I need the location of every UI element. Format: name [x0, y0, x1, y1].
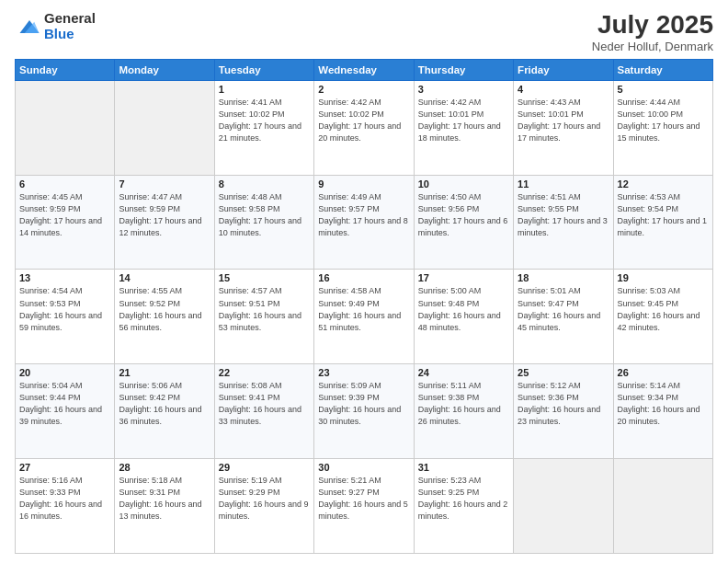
logo-icon	[17, 14, 42, 40]
day-info: Sunrise: 5:16 AMSunset: 9:33 PMDaylight:…	[19, 475, 110, 523]
day-number: 18	[518, 272, 609, 283]
table-row	[514, 459, 613, 554]
col-friday: Friday	[514, 59, 613, 80]
day-info: Sunrise: 4:42 AMSunset: 10:02 PMDaylight…	[318, 97, 409, 144]
table-row: 6Sunrise: 4:45 AMSunset: 9:59 PMDaylight…	[16, 175, 115, 270]
logo-general: General	[44, 11, 96, 27]
table-row: 20Sunrise: 5:04 AMSunset: 9:44 PMDayligh…	[16, 364, 115, 459]
calendar-header-row: Sunday Monday Tuesday Wednesday Thursday…	[16, 59, 713, 80]
day-number: 23	[318, 367, 409, 378]
day-info: Sunrise: 4:42 AMSunset: 10:01 PMDaylight…	[418, 97, 509, 144]
day-info: Sunrise: 5:11 AMSunset: 9:38 PMDaylight:…	[418, 380, 509, 428]
location-subtitle: Neder Holluf, Denmark	[592, 40, 713, 53]
table-row: 9Sunrise: 4:49 AMSunset: 9:57 PMDaylight…	[314, 175, 414, 270]
day-number: 29	[219, 462, 310, 473]
table-row: 10Sunrise: 4:50 AMSunset: 9:56 PMDayligh…	[414, 175, 513, 270]
table-row: 19Sunrise: 5:03 AMSunset: 9:45 PMDayligh…	[613, 270, 712, 364]
day-number: 11	[518, 178, 609, 190]
table-row: 22Sunrise: 5:08 AMSunset: 9:41 PMDayligh…	[214, 364, 313, 459]
col-saturday: Saturday	[613, 59, 712, 80]
day-info: Sunrise: 5:04 AMSunset: 9:44 PMDaylight:…	[19, 380, 110, 428]
table-row: 28Sunrise: 5:18 AMSunset: 9:31 PMDayligh…	[115, 459, 214, 554]
table-row: 3Sunrise: 4:42 AMSunset: 10:01 PMDayligh…	[414, 80, 513, 175]
table-row: 15Sunrise: 4:57 AMSunset: 9:51 PMDayligh…	[214, 270, 313, 364]
day-info: Sunrise: 4:50 AMSunset: 9:56 PMDaylight:…	[418, 191, 509, 239]
table-row: 27Sunrise: 5:16 AMSunset: 9:33 PMDayligh…	[16, 459, 115, 554]
day-number: 3	[418, 84, 509, 95]
calendar-week-row: 27Sunrise: 5:16 AMSunset: 9:33 PMDayligh…	[16, 459, 713, 554]
table-row: 12Sunrise: 4:53 AMSunset: 9:54 PMDayligh…	[613, 175, 712, 270]
day-number: 10	[418, 178, 509, 190]
day-number: 1	[219, 84, 310, 95]
table-row: 18Sunrise: 5:01 AMSunset: 9:47 PMDayligh…	[514, 270, 613, 364]
col-wednesday: Wednesday	[314, 59, 414, 80]
day-info: Sunrise: 5:21 AMSunset: 9:27 PMDaylight:…	[318, 475, 409, 523]
day-info: Sunrise: 4:58 AMSunset: 9:49 PMDaylight:…	[318, 285, 409, 333]
table-row: 2Sunrise: 4:42 AMSunset: 10:02 PMDayligh…	[314, 80, 414, 175]
day-info: Sunrise: 5:19 AMSunset: 9:29 PMDaylight:…	[219, 475, 310, 523]
day-info: Sunrise: 4:51 AMSunset: 9:55 PMDaylight:…	[518, 191, 609, 239]
logo-text: General Blue	[44, 11, 96, 41]
day-info: Sunrise: 5:06 AMSunset: 9:42 PMDaylight:…	[119, 380, 210, 428]
day-info: Sunrise: 4:48 AMSunset: 9:58 PMDaylight:…	[219, 191, 310, 239]
day-info: Sunrise: 5:01 AMSunset: 9:47 PMDaylight:…	[518, 285, 609, 333]
day-number: 4	[518, 84, 609, 95]
day-number: 22	[219, 367, 310, 378]
day-info: Sunrise: 4:55 AMSunset: 9:52 PMDaylight:…	[119, 285, 210, 333]
table-row: 25Sunrise: 5:12 AMSunset: 9:36 PMDayligh…	[514, 364, 613, 459]
table-row: 4Sunrise: 4:43 AMSunset: 10:01 PMDayligh…	[514, 80, 613, 175]
page: General Blue July 2025 Neder Holluf, Den…	[0, 0, 728, 563]
day-info: Sunrise: 4:47 AMSunset: 9:59 PMDaylight:…	[119, 191, 210, 239]
day-info: Sunrise: 5:23 AMSunset: 9:25 PMDaylight:…	[418, 475, 509, 523]
day-info: Sunrise: 5:08 AMSunset: 9:41 PMDaylight:…	[219, 380, 310, 428]
col-sunday: Sunday	[16, 59, 115, 80]
day-info: Sunrise: 5:03 AMSunset: 9:45 PMDaylight:…	[618, 285, 709, 333]
day-number: 13	[19, 272, 110, 283]
table-row: 29Sunrise: 5:19 AMSunset: 9:29 PMDayligh…	[214, 459, 313, 554]
logo-blue: Blue	[44, 27, 96, 42]
day-number: 12	[618, 178, 709, 190]
day-info: Sunrise: 4:49 AMSunset: 9:57 PMDaylight:…	[318, 191, 409, 239]
day-number: 15	[219, 272, 310, 283]
day-number: 26	[618, 367, 709, 378]
day-info: Sunrise: 5:14 AMSunset: 9:34 PMDaylight:…	[618, 380, 709, 428]
table-row: 21Sunrise: 5:06 AMSunset: 9:42 PMDayligh…	[115, 364, 214, 459]
table-row: 13Sunrise: 4:54 AMSunset: 9:53 PMDayligh…	[16, 270, 115, 364]
table-row: 7Sunrise: 4:47 AMSunset: 9:59 PMDaylight…	[115, 175, 214, 270]
table-row: 1Sunrise: 4:41 AMSunset: 10:02 PMDayligh…	[214, 80, 313, 175]
day-info: Sunrise: 4:43 AMSunset: 10:01 PMDaylight…	[518, 97, 609, 144]
table-row: 5Sunrise: 4:44 AMSunset: 10:00 PMDayligh…	[613, 80, 712, 175]
table-row: 24Sunrise: 5:11 AMSunset: 9:38 PMDayligh…	[414, 364, 513, 459]
day-number: 21	[119, 367, 210, 378]
table-row: 8Sunrise: 4:48 AMSunset: 9:58 PMDaylight…	[214, 175, 313, 270]
table-row: 17Sunrise: 5:00 AMSunset: 9:48 PMDayligh…	[414, 270, 513, 364]
title-block: July 2025 Neder Holluf, Denmark	[592, 11, 713, 53]
table-row: 30Sunrise: 5:21 AMSunset: 9:27 PMDayligh…	[314, 459, 414, 554]
day-number: 19	[618, 272, 709, 283]
month-title: July 2025	[592, 11, 713, 40]
day-number: 27	[19, 462, 110, 473]
calendar-table: Sunday Monday Tuesday Wednesday Thursday…	[15, 59, 713, 554]
calendar-week-row: 1Sunrise: 4:41 AMSunset: 10:02 PMDayligh…	[16, 80, 713, 175]
header: General Blue July 2025 Neder Holluf, Den…	[15, 11, 713, 53]
day-info: Sunrise: 5:12 AMSunset: 9:36 PMDaylight:…	[518, 380, 609, 428]
day-number: 7	[119, 178, 210, 190]
day-number: 6	[19, 178, 110, 190]
table-row	[16, 80, 115, 175]
day-number: 2	[318, 84, 409, 95]
table-row: 31Sunrise: 5:23 AMSunset: 9:25 PMDayligh…	[414, 459, 513, 554]
day-info: Sunrise: 5:09 AMSunset: 9:39 PMDaylight:…	[318, 380, 409, 428]
table-row: 14Sunrise: 4:55 AMSunset: 9:52 PMDayligh…	[115, 270, 214, 364]
day-number: 24	[418, 367, 509, 378]
table-row	[115, 80, 214, 175]
calendar-week-row: 13Sunrise: 4:54 AMSunset: 9:53 PMDayligh…	[16, 270, 713, 364]
table-row	[613, 459, 712, 554]
day-number: 20	[19, 367, 110, 378]
day-info: Sunrise: 4:57 AMSunset: 9:51 PMDaylight:…	[219, 285, 310, 333]
day-number: 28	[119, 462, 210, 473]
day-number: 8	[219, 178, 310, 190]
day-info: Sunrise: 4:54 AMSunset: 9:53 PMDaylight:…	[19, 285, 110, 333]
day-number: 25	[518, 367, 609, 378]
calendar-week-row: 6Sunrise: 4:45 AMSunset: 9:59 PMDaylight…	[16, 175, 713, 270]
table-row: 16Sunrise: 4:58 AMSunset: 9:49 PMDayligh…	[314, 270, 414, 364]
